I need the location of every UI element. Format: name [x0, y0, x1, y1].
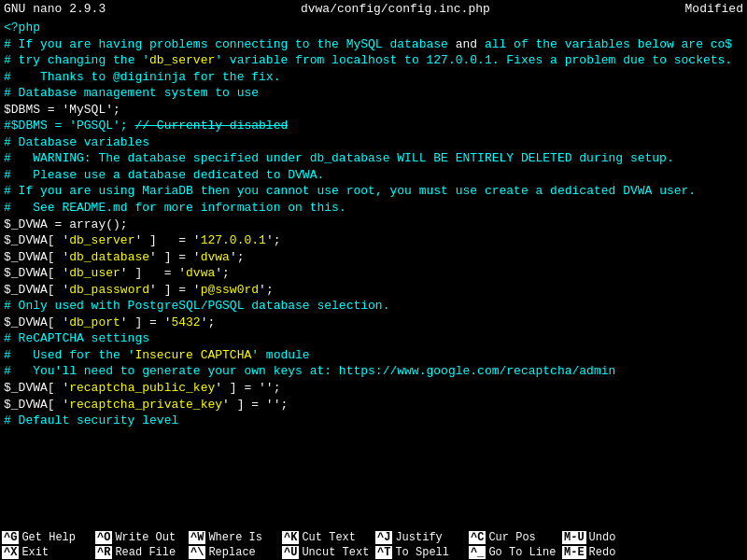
- shortcut-item[interactable]: ^_Go To Line: [467, 545, 560, 560]
- shortcut-key: ^C: [469, 531, 486, 544]
- shortcut-item[interactable]: M-ERedo: [560, 545, 654, 560]
- editor-line: # Database variables: [4, 134, 743, 151]
- shortcut-key: ^T: [375, 546, 392, 559]
- editor-line: # Please use a database dedicated to DVW…: [4, 167, 743, 184]
- shortcut-key: ^G: [2, 531, 19, 544]
- editor-line: # See README.md for more information on …: [4, 200, 743, 217]
- shortcut-item[interactable]: ^GGet Help: [0, 530, 93, 545]
- editor-line: $DBMS = 'MySQL';: [4, 102, 743, 119]
- shortcut-row-1: ^GGet Help^OWrite Out^WWhere Is^KCut Tex…: [0, 530, 747, 545]
- shortcut-label: Where Is: [208, 531, 262, 544]
- shortcut-item[interactable]: ^KCut Text: [280, 530, 374, 545]
- title-bar: GNU nano 2.9.3 dvwa/config/config.inc.ph…: [0, 0, 747, 18]
- shortcut-label: Redo: [589, 546, 616, 559]
- shortcut-key: M-U: [562, 531, 586, 544]
- shortcut-label: To Spell: [395, 546, 449, 559]
- shortcut-label: Go To Line: [488, 546, 556, 559]
- editor-line: $_DVWA = array();: [4, 217, 743, 233]
- shortcut-key: M-E: [562, 546, 586, 559]
- editor-line: # Default security level: [4, 413, 743, 429]
- shortcut-label: Cut Text: [302, 531, 356, 544]
- shortcut-label: Undo: [589, 531, 616, 544]
- shortcut-item[interactable]: ^UUncut Text: [280, 545, 374, 560]
- shortcut-key: ^\: [189, 546, 205, 559]
- shortcut-item[interactable]: ^JJustify: [374, 530, 467, 545]
- shortcut-label: Justify: [395, 531, 442, 544]
- editor-line: # If you are having problems connecting …: [4, 36, 743, 53]
- shortcut-key: ^W: [189, 531, 205, 544]
- editor-line: # You'll need to generate your own keys …: [4, 363, 743, 380]
- editor-line: <?php: [4, 20, 743, 36]
- editor-line: # Database management system to use: [4, 85, 743, 102]
- shortcut-item[interactable]: ^RRead File: [93, 545, 187, 560]
- shortcut-label: Replace: [208, 546, 255, 559]
- editor-line: $_DVWA[ 'db_port' ] = '5432';: [4, 315, 743, 331]
- editor-line: # ReCAPTCHA settings: [4, 330, 743, 347]
- shortcut-item[interactable]: ^WWhere Is: [187, 530, 280, 545]
- shortcut-label: Get Help: [21, 531, 76, 544]
- editor-line: $_DVWA[ 'recaptcha_private_key' ] = '';: [4, 397, 743, 413]
- editor-line: # If you are using MariaDB then you cann…: [4, 183, 743, 200]
- shortcut-item[interactable]: ^\Replace: [187, 545, 280, 560]
- shortcut-item[interactable]: ^OWrite Out: [93, 530, 187, 545]
- shortcut-key: ^K: [282, 531, 299, 544]
- editor-line: # WARNING: The database specified under …: [4, 150, 743, 167]
- shortcut-key: ^J: [375, 531, 392, 544]
- shortcut-label: Read File: [115, 546, 176, 559]
- editor-line: $_DVWA[ 'db_user' ] = 'dvwa';: [4, 265, 743, 282]
- shortcut-row-2: ^XExit^RRead File^\Replace^UUncut Text^T…: [0, 545, 747, 560]
- shortcut-key: ^U: [282, 546, 299, 559]
- title-right: Modified: [685, 2, 743, 16]
- title-center: dvwa/config/config.inc.php: [301, 2, 490, 16]
- shortcut-label: Exit: [21, 546, 49, 559]
- status-bar: ^GGet Help^OWrite Out^WWhere Is^KCut Tex…: [0, 529, 747, 560]
- shortcut-label: Uncut Text: [302, 546, 369, 559]
- shortcut-key: ^O: [95, 531, 112, 544]
- shortcut-label: Write Out: [115, 531, 176, 544]
- editor-area[interactable]: <?php# If you are having problems connec…: [0, 18, 747, 529]
- editor-line: $_DVWA[ 'recaptcha_public_key' ] = '';: [4, 380, 743, 397]
- shortcut-item[interactable]: ^XExit: [0, 545, 93, 560]
- editor-line: $_DVWA[ 'db_server' ] = '127.0.0.1';: [4, 232, 743, 249]
- shortcut-label: Cur Pos: [488, 531, 535, 544]
- editor-line: $_DVWA[ 'db_database' ] = 'dvwa';: [4, 249, 743, 266]
- editor-line: #$DBMS = 'PGSQL'; // Currently disabled: [4, 118, 743, 134]
- editor-line: # Thanks to @digininja for the fix.: [4, 69, 743, 86]
- editor-line: # Used for the 'Insecure CAPTCHA' module: [4, 347, 743, 364]
- shortcut-item[interactable]: M-UUndo: [560, 530, 654, 545]
- shortcut-key: ^X: [2, 546, 19, 559]
- editor-line: $_DVWA[ 'db_password' ] = 'p@ssw0rd';: [4, 282, 743, 299]
- shortcut-item[interactable]: ^CCur Pos: [467, 530, 560, 545]
- title-left: GNU nano 2.9.3: [4, 2, 106, 16]
- shortcut-item[interactable]: ^TTo Spell: [374, 545, 467, 560]
- shortcut-key: ^R: [95, 546, 112, 559]
- editor-line: # Only used with PostgreSQL/PGSQL databa…: [4, 298, 743, 315]
- editor-line: # try changing the 'db_server' variable …: [4, 52, 743, 69]
- shortcut-key: ^_: [469, 546, 486, 559]
